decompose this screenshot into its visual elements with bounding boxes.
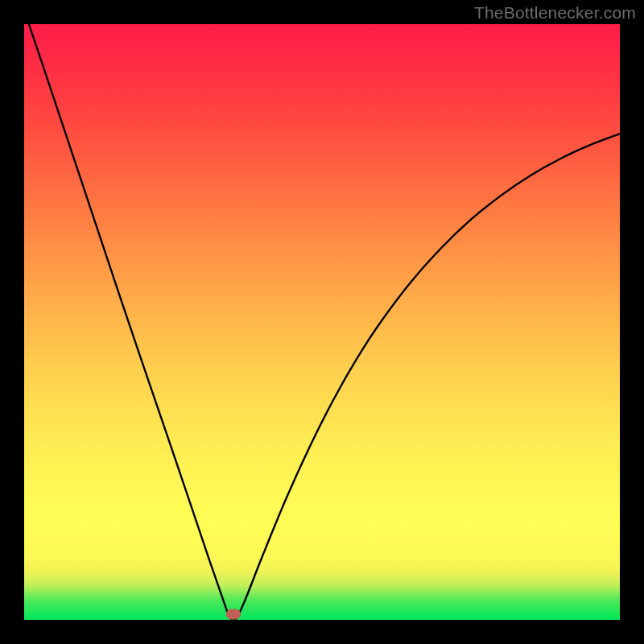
curve-svg: [24, 24, 620, 620]
chart-frame: TheBottlenecker.com: [0, 0, 644, 644]
low-point-marker: [226, 609, 241, 620]
bottleneck-curve: [29, 24, 620, 620]
plot-area: [24, 24, 620, 620]
attribution-text: TheBottlenecker.com: [474, 3, 636, 23]
